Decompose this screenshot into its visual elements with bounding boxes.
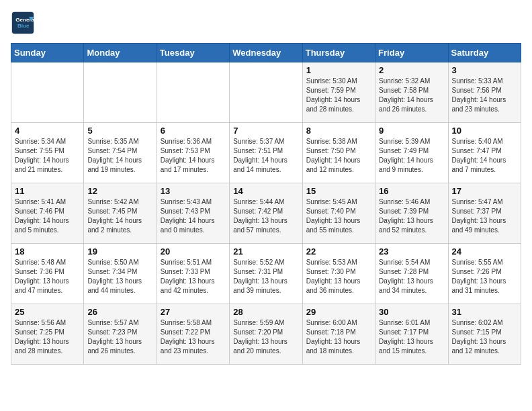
calendar-cell: 5Sunrise: 5:35 AM Sunset: 7:54 PM Daylig… — [84, 123, 157, 183]
calendar-cell: 30Sunrise: 6:01 AM Sunset: 7:17 PM Dayli… — [375, 304, 448, 365]
day-number: 4 — [15, 126, 80, 136]
day-info: Sunrise: 5:37 AM Sunset: 7:51 PM Dayligh… — [233, 137, 298, 175]
day-number: 23 — [379, 246, 444, 257]
day-info: Sunrise: 5:50 AM Sunset: 7:34 PM Dayligh… — [87, 258, 152, 295]
day-number: 7 — [233, 126, 298, 136]
calendar-cell: 18Sunrise: 5:48 AM Sunset: 7:36 PM Dayli… — [11, 244, 84, 304]
weekday-header-thursday: Thursday — [302, 44, 375, 62]
day-info: Sunrise: 5:48 AM Sunset: 7:36 PM Dayligh… — [15, 258, 80, 295]
calendar-cell: 24Sunrise: 5:55 AM Sunset: 7:26 PM Dayli… — [448, 244, 521, 304]
day-info: Sunrise: 5:55 AM Sunset: 7:26 PM Dayligh… — [452, 258, 517, 295]
day-info: Sunrise: 5:38 AM Sunset: 7:50 PM Dayligh… — [306, 137, 371, 175]
weekday-header-saturday: Saturday — [448, 44, 521, 62]
day-info: Sunrise: 5:33 AM Sunset: 7:56 PM Dayligh… — [452, 77, 517, 114]
page-header: General Blue — [11, 11, 521, 35]
calendar-cell: 3Sunrise: 5:33 AM Sunset: 7:56 PM Daylig… — [448, 62, 521, 123]
day-info: Sunrise: 5:39 AM Sunset: 7:49 PM Dayligh… — [379, 137, 444, 175]
calendar-cell — [11, 62, 84, 123]
calendar-cell: 27Sunrise: 5:58 AM Sunset: 7:22 PM Dayli… — [157, 304, 229, 365]
calendar-cell: 13Sunrise: 5:43 AM Sunset: 7:43 PM Dayli… — [157, 183, 229, 244]
day-info: Sunrise: 5:42 AM Sunset: 7:45 PM Dayligh… — [87, 197, 152, 235]
day-number: 30 — [379, 307, 444, 317]
day-number: 31 — [452, 307, 517, 317]
calendar-week-1: 1Sunrise: 5:30 AM Sunset: 7:59 PM Daylig… — [11, 62, 521, 123]
calendar-cell: 19Sunrise: 5:50 AM Sunset: 7:34 PM Dayli… — [84, 244, 157, 304]
calendar-week-2: 4Sunrise: 5:34 AM Sunset: 7:55 PM Daylig… — [11, 123, 521, 183]
day-info: Sunrise: 5:59 AM Sunset: 7:20 PM Dayligh… — [233, 318, 298, 356]
day-info: Sunrise: 5:43 AM Sunset: 7:43 PM Dayligh… — [161, 197, 226, 235]
day-number: 8 — [306, 126, 371, 136]
day-info: Sunrise: 5:52 AM Sunset: 7:31 PM Dayligh… — [233, 258, 298, 295]
day-info: Sunrise: 5:32 AM Sunset: 7:58 PM Dayligh… — [379, 77, 444, 114]
calendar-cell — [84, 62, 157, 123]
day-info: Sunrise: 5:40 AM Sunset: 7:47 PM Dayligh… — [452, 137, 517, 175]
day-info: Sunrise: 5:53 AM Sunset: 7:30 PM Dayligh… — [306, 258, 371, 295]
day-number: 19 — [87, 246, 152, 257]
calendar-header: SundayMondayTuesdayWednesdayThursdayFrid… — [11, 44, 521, 62]
calendar-cell: 8Sunrise: 5:38 AM Sunset: 7:50 PM Daylig… — [302, 123, 375, 183]
day-number: 2 — [379, 65, 444, 75]
calendar-cell: 14Sunrise: 5:44 AM Sunset: 7:42 PM Dayli… — [230, 183, 302, 244]
calendar-cell: 2Sunrise: 5:32 AM Sunset: 7:58 PM Daylig… — [375, 62, 448, 123]
weekday-header-tuesday: Tuesday — [157, 44, 229, 62]
day-info: Sunrise: 5:41 AM Sunset: 7:46 PM Dayligh… — [15, 197, 80, 235]
calendar-body: 1Sunrise: 5:30 AM Sunset: 7:59 PM Daylig… — [11, 62, 521, 365]
logo-icon: General Blue — [11, 11, 35, 35]
day-info: Sunrise: 5:46 AM Sunset: 7:39 PM Dayligh… — [379, 197, 444, 235]
day-number: 24 — [452, 246, 517, 257]
calendar-week-5: 25Sunrise: 5:56 AM Sunset: 7:25 PM Dayli… — [11, 304, 521, 365]
calendar-cell: 22Sunrise: 5:53 AM Sunset: 7:30 PM Dayli… — [302, 244, 375, 304]
calendar-cell: 10Sunrise: 5:40 AM Sunset: 7:47 PM Dayli… — [448, 123, 521, 183]
day-number: 10 — [452, 126, 517, 136]
calendar-cell: 7Sunrise: 5:37 AM Sunset: 7:51 PM Daylig… — [230, 123, 302, 183]
day-info: Sunrise: 5:56 AM Sunset: 7:25 PM Dayligh… — [15, 318, 80, 356]
day-number: 14 — [233, 186, 298, 196]
day-info: Sunrise: 5:44 AM Sunset: 7:42 PM Dayligh… — [233, 197, 298, 235]
day-number: 13 — [161, 186, 226, 196]
calendar-cell: 23Sunrise: 5:54 AM Sunset: 7:28 PM Dayli… — [375, 244, 448, 304]
day-info: Sunrise: 6:02 AM Sunset: 7:15 PM Dayligh… — [452, 318, 517, 356]
calendar-cell — [230, 62, 302, 123]
calendar-cell: 4Sunrise: 5:34 AM Sunset: 7:55 PM Daylig… — [11, 123, 84, 183]
day-number: 12 — [87, 186, 152, 196]
day-number: 20 — [161, 246, 226, 257]
weekday-header-sunday: Sunday — [11, 44, 84, 62]
day-number: 26 — [87, 307, 152, 317]
day-number: 28 — [233, 307, 298, 317]
day-number: 9 — [379, 126, 444, 136]
calendar-cell: 28Sunrise: 5:59 AM Sunset: 7:20 PM Dayli… — [230, 304, 302, 365]
calendar-table: SundayMondayTuesdayWednesdayThursdayFrid… — [11, 43, 521, 365]
day-info: Sunrise: 5:35 AM Sunset: 7:54 PM Dayligh… — [87, 137, 152, 175]
day-number: 6 — [161, 126, 226, 136]
day-number: 3 — [452, 65, 517, 75]
day-info: Sunrise: 5:30 AM Sunset: 7:59 PM Dayligh… — [306, 77, 371, 114]
day-number: 27 — [161, 307, 226, 317]
calendar-cell: 11Sunrise: 5:41 AM Sunset: 7:46 PM Dayli… — [11, 183, 84, 244]
calendar-week-4: 18Sunrise: 5:48 AM Sunset: 7:36 PM Dayli… — [11, 244, 521, 304]
day-info: Sunrise: 5:45 AM Sunset: 7:40 PM Dayligh… — [306, 197, 371, 235]
calendar-cell: 21Sunrise: 5:52 AM Sunset: 7:31 PM Dayli… — [230, 244, 302, 304]
svg-text:Blue: Blue — [17, 23, 30, 29]
calendar-cell: 20Sunrise: 5:51 AM Sunset: 7:33 PM Dayli… — [157, 244, 229, 304]
day-number: 16 — [379, 186, 444, 196]
day-number: 15 — [306, 186, 371, 196]
day-number: 5 — [87, 126, 152, 136]
calendar-cell: 12Sunrise: 5:42 AM Sunset: 7:45 PM Dayli… — [84, 183, 157, 244]
calendar-cell: 17Sunrise: 5:47 AM Sunset: 7:37 PM Dayli… — [448, 183, 521, 244]
day-number: 21 — [233, 246, 298, 257]
day-info: Sunrise: 5:57 AM Sunset: 7:23 PM Dayligh… — [87, 318, 152, 356]
calendar-cell: 31Sunrise: 6:02 AM Sunset: 7:15 PM Dayli… — [448, 304, 521, 365]
day-info: Sunrise: 5:58 AM Sunset: 7:22 PM Dayligh… — [161, 318, 226, 356]
calendar-cell: 15Sunrise: 5:45 AM Sunset: 7:40 PM Dayli… — [302, 183, 375, 244]
calendar-cell: 16Sunrise: 5:46 AM Sunset: 7:39 PM Dayli… — [375, 183, 448, 244]
day-number: 29 — [306, 307, 371, 317]
calendar-cell — [157, 62, 229, 123]
calendar-cell: 26Sunrise: 5:57 AM Sunset: 7:23 PM Dayli… — [84, 304, 157, 365]
day-info: Sunrise: 5:34 AM Sunset: 7:55 PM Dayligh… — [15, 137, 80, 175]
day-info: Sunrise: 6:01 AM Sunset: 7:17 PM Dayligh… — [379, 318, 444, 356]
weekday-row: SundayMondayTuesdayWednesdayThursdayFrid… — [11, 44, 521, 62]
day-info: Sunrise: 5:47 AM Sunset: 7:37 PM Dayligh… — [452, 197, 517, 235]
calendar-week-3: 11Sunrise: 5:41 AM Sunset: 7:46 PM Dayli… — [11, 183, 521, 244]
day-number: 22 — [306, 246, 371, 257]
day-info: Sunrise: 5:51 AM Sunset: 7:33 PM Dayligh… — [161, 258, 226, 295]
